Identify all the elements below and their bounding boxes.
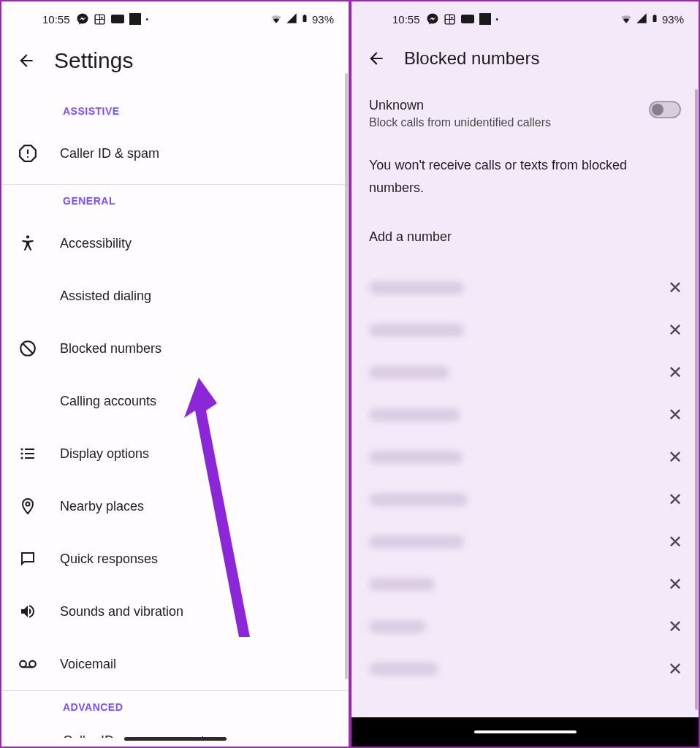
remove-button[interactable]: ✕ [661,447,690,468]
svg-point-10 [21,453,23,455]
svg-point-12 [21,457,23,459]
remove-button[interactable]: ✕ [661,405,690,425]
svg-point-16 [29,661,36,668]
svg-rect-20 [479,13,491,25]
battery-icon [300,12,309,27]
toggle-knob [652,104,663,115]
row-assisted-dialing[interactable]: Assisted dialing [1,270,349,322]
svg-point-5 [26,235,29,238]
remove-button[interactable]: ✕ [661,617,690,637]
blocked-number-redacted [369,366,449,379]
chat-icon [16,547,39,570]
unknown-toggle[interactable] [649,101,681,118]
blocked-number-redacted [369,578,435,591]
dot-icon: • [496,15,499,23]
paytm-icon [461,12,474,26]
section-assistive: ASSISTIVE [1,95,349,127]
blocked-number-redacted [369,493,468,506]
status-notification-icons: • [426,12,499,26]
row-label: Display options [60,446,149,462]
home-indicator[interactable] [474,730,577,733]
row-label: Nearby places [60,499,144,514]
row-quick-responses[interactable]: Quick responses [1,533,349,585]
blocked-row: ✕ [369,606,690,648]
stop-icon [129,12,142,26]
row-label: Voicemail [60,657,116,672]
blocked-row: ✕ [369,436,690,478]
svg-point-15 [20,661,26,668]
row-nearby-places[interactable]: Nearby places [1,480,349,533]
remove-button[interactable]: ✕ [661,489,690,510]
back-button[interactable] [366,48,387,69]
remove-button[interactable]: ✕ [661,659,690,679]
row-voicemail[interactable]: Voicemail [1,638,349,690]
svg-rect-19 [461,15,474,23]
section-advanced: ADVANCED [1,691,349,723]
volume-icon [16,600,39,623]
blocked-row: ✕ [369,394,690,436]
nav-bar [351,717,699,747]
unknown-subtitle: Block calls from unidentified callers [369,116,551,129]
signal-icon [636,12,647,26]
list-icon [16,442,39,465]
scrollbar[interactable] [695,89,698,710]
row-caller-id-spam[interactable]: Caller ID & spam [1,127,349,180]
svg-point-14 [26,503,30,506]
svg-point-8 [21,449,23,451]
unknown-toggle-row[interactable]: Unknown Block calls from unidentified ca… [351,91,699,142]
battery-icon [650,12,659,27]
status-bar: 10:55 • [351,1,699,34]
battery-percent: 93% [312,13,334,26]
paytm-icon [111,12,124,26]
home-indicator[interactable] [124,737,227,741]
messenger-icon [426,12,439,26]
stop-icon [479,12,492,26]
remove-button[interactable]: ✕ [661,574,690,595]
signal-icon [286,12,297,26]
blocked-row: ✕ [369,351,690,394]
blocked-row: ✕ [369,648,690,690]
svg-rect-11 [25,453,34,454]
page-title: Blocked numbers [404,48,539,69]
page-title: Settings [54,48,133,73]
blocked-number-redacted [369,281,464,294]
remove-button[interactable]: ✕ [661,362,690,383]
warning-octagon-icon [16,142,39,165]
row-label: Caller ID & spam [60,146,159,161]
status-notification-icons: • [76,12,149,26]
blocked-row: ✕ [369,267,690,309]
blocked-number-redacted [369,451,463,464]
row-label: Assisted dialing [60,289,151,304]
row-caller-id-announcement[interactable]: Caller ID announcement [1,723,349,738]
remove-button[interactable]: ✕ [661,278,690,298]
add-number-button[interactable]: Add a number [351,216,699,259]
remove-button[interactable]: ✕ [661,532,690,552]
svg-line-7 [23,343,33,354]
blocked-number-redacted [369,535,464,549]
info-text: You won't receive calls or texts from bl… [351,142,699,216]
voicemail-icon [16,652,39,676]
status-bar: 10:55 • [1,1,349,34]
svg-point-4 [27,156,28,158]
block-icon [16,337,39,360]
back-button[interactable] [16,50,37,71]
blocked-number-redacted [369,324,464,337]
blocked-row: ✕ [369,478,690,521]
row-label: Blocked numbers [60,341,161,356]
dot-icon: • [146,15,149,23]
scrollbar[interactable] [345,73,348,679]
row-accessibility[interactable]: Accessibility [1,217,349,270]
app-icon [94,12,107,26]
blocked-numbers-screen: 10:55 • [350,0,700,748]
row-calling-accounts[interactable]: Calling accounts [1,375,349,427]
remove-button[interactable]: ✕ [661,320,690,340]
wifi-icon [270,12,283,27]
app-icon [444,12,457,26]
row-blocked-numbers[interactable]: Blocked numbers [1,322,349,375]
row-display-options[interactable]: Display options [1,427,349,480]
blocked-row: ✕ [369,521,690,563]
blocked-numbers-list: ✕ ✕ ✕ ✕ ✕ ✕ ✕ ✕ [351,259,699,690]
wifi-icon [620,12,633,27]
row-sounds-vibration[interactable]: Sounds and vibration [1,585,349,638]
unknown-title: Unknown [369,98,551,113]
